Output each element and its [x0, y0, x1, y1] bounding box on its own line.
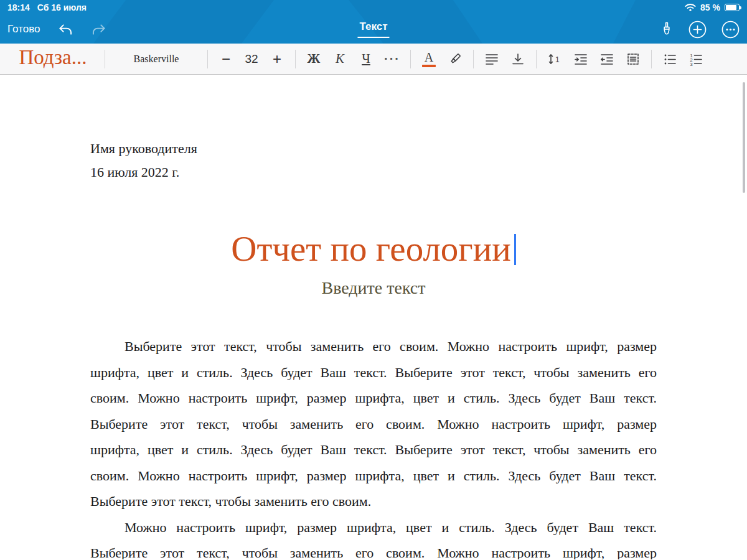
- insert-button[interactable]: [688, 21, 707, 39]
- document-canvas[interactable]: Имя руководителя 16 июля 2022 г. Отчет п…: [0, 75, 747, 559]
- text-color-swatch: [422, 65, 436, 67]
- body-line[interactable]: своим. Можно настроить шрифт, размер шри…: [90, 463, 657, 489]
- indent-decrease-icon: [600, 52, 614, 66]
- toolbar-divider: [473, 50, 474, 68]
- toolbar-divider: [410, 50, 411, 68]
- text-box-button[interactable]: [620, 44, 646, 75]
- body-line[interactable]: шрифта, цвет и стиль. Здесь будет Ваш те…: [90, 360, 657, 386]
- battery-nub: [740, 6, 741, 9]
- bold-button[interactable]: Ж: [301, 44, 327, 75]
- indent-increase-button[interactable]: [568, 44, 594, 75]
- wifi-icon: [685, 3, 696, 12]
- battery-percent: 85 %: [700, 2, 720, 12]
- font-size-value: 32: [239, 52, 264, 66]
- alignment-button[interactable]: [479, 44, 505, 75]
- body-text: Выберите этот текст, чтобы заменить его …: [90, 334, 657, 559]
- date-line[interactable]: 16 июля 2022 г.: [90, 161, 657, 184]
- body-line[interactable]: Можно настроить шрифт, размер шрифта, цв…: [90, 515, 657, 541]
- battery-fill: [726, 5, 736, 10]
- line-spacing-button[interactable]: 1: [542, 44, 568, 75]
- body-line[interactable]: Выберите этот текст, чтобы заменить его …: [90, 540, 657, 559]
- bulleted-list-button[interactable]: [657, 44, 683, 75]
- document-subtitle[interactable]: Введите текст: [90, 275, 657, 301]
- body-line[interactable]: Выберите этот текст, чтобы заменить его …: [90, 334, 657, 360]
- indent-increase-icon: [574, 52, 588, 66]
- more-menu-button[interactable]: [721, 21, 740, 39]
- done-button[interactable]: Готово: [7, 23, 40, 35]
- body-line[interactable]: Выберите этот текст, чтобы заменить его …: [90, 488, 657, 515]
- indent-decrease-button[interactable]: [594, 44, 620, 75]
- toolbar-divider: [536, 50, 537, 68]
- redo-icon: [91, 23, 106, 36]
- paintbrush-icon: [660, 22, 674, 37]
- line-spacing-icon: 1: [548, 52, 561, 66]
- ellipsis-circle-icon: [721, 21, 740, 39]
- battery-icon: [725, 4, 740, 11]
- svg-text:3: 3: [690, 61, 693, 66]
- vertical-align-button[interactable]: [505, 44, 531, 75]
- toolbar-divider: [295, 50, 296, 68]
- status-date: Сб 16 июля: [37, 2, 87, 12]
- body-line[interactable]: своим. Можно настроить шрифт, размер шри…: [90, 385, 657, 411]
- text-cursor: [514, 234, 516, 265]
- document-title[interactable]: Отчет по геологии: [90, 226, 657, 271]
- font-size-decrease-button[interactable]: −: [213, 44, 239, 75]
- text-color-button[interactable]: A: [416, 44, 442, 75]
- align-bottom-icon: [511, 52, 525, 66]
- text-box-icon: [626, 52, 640, 66]
- highlighter-icon: [448, 52, 462, 66]
- undo-button[interactable]: [58, 23, 73, 36]
- redo-button[interactable]: [91, 23, 106, 36]
- nav-bar: Готово Текст: [0, 15, 747, 44]
- plus-circle-icon: [688, 21, 707, 39]
- app-header: 18:14 Сб 16 июля 85 % Готово: [0, 0, 747, 44]
- underline-button[interactable]: Ч: [353, 44, 379, 75]
- toolbar-divider: [651, 50, 652, 68]
- align-text-icon: [485, 52, 499, 66]
- clock: 18:14: [7, 2, 30, 12]
- font-size-increase-button[interactable]: +: [264, 44, 290, 75]
- pages-app-window: 18:14 Сб 16 июля 85 % Готово: [0, 0, 747, 560]
- scrollbar-thumb[interactable]: [743, 82, 745, 193]
- svg-text:1: 1: [555, 55, 560, 63]
- italic-button[interactable]: К: [327, 44, 353, 75]
- status-bar: 18:14 Сб 16 июля 85 %: [0, 0, 747, 15]
- undo-icon: [58, 23, 73, 36]
- paragraph-style-button[interactable]: Подза...: [6, 44, 100, 75]
- document-title-text: Отчет по геологии: [231, 229, 510, 268]
- author-line[interactable]: Имя руководителя: [90, 137, 657, 161]
- highlight-button[interactable]: [442, 44, 468, 75]
- body-line[interactable]: шрифта, цвет и стиль. Здесь будет Ваш те…: [90, 437, 657, 463]
- toolbar-divider: [207, 50, 208, 68]
- numbered-list-button[interactable]: 1 2 3: [683, 44, 709, 75]
- format-brush-button[interactable]: [660, 22, 674, 37]
- numbered-list-icon: 1 2 3: [689, 52, 703, 66]
- tab-text[interactable]: Текст: [357, 21, 389, 38]
- bulleted-list-icon: [663, 52, 677, 66]
- font-family-button[interactable]: Baskerville: [110, 44, 202, 75]
- format-toolbar: Подза... Baskerville − 32 + Ж К Ч ··· A: [0, 44, 747, 75]
- toolbar-divider: [105, 50, 105, 68]
- more-text-options-button[interactable]: ···: [379, 44, 405, 75]
- text-color-label: A: [425, 51, 433, 63]
- body-line[interactable]: Выберите этот текст, чтобы заменить его …: [90, 411, 657, 437]
